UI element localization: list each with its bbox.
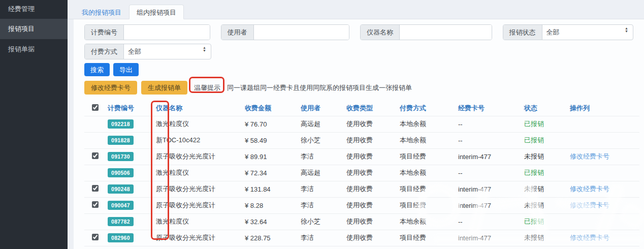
status-cell: 未报销 (522, 230, 568, 246)
billing-id-badge: 092218 (108, 119, 134, 129)
pay-method-cell: 本地余额 (398, 165, 456, 181)
status-text: 未报销 (524, 234, 544, 241)
user-cell: 李洁 (299, 148, 344, 165)
user-cell: 徐小芝 (299, 213, 344, 230)
billing-no-cell: 091828 (106, 132, 154, 148)
instrument-cell: 激光粒度仪 (154, 213, 243, 230)
generate-form-button[interactable]: 生成报销单 (141, 81, 187, 95)
fund-card-cell: -- (456, 213, 522, 230)
hint-text: 温馨提示：同一课题组同一经费卡且使用同院系的报销项目生成一张报销单 (194, 83, 412, 92)
billing-no-cell: 087782 (106, 213, 154, 230)
status-text: 未报销 (524, 185, 544, 193)
reimburse-status-label: 报销状态 (503, 25, 542, 40)
payment-method-select[interactable]: 付费方式 全部 ▲▼ (84, 44, 211, 59)
instrument-cell: 原子吸收分光光度计 (154, 197, 243, 213)
user-cell: 李洁 (299, 197, 344, 213)
reimburse-status-select[interactable]: 报销状态 全部 ▲▼ (503, 24, 633, 40)
export-button[interactable]: 导出 (113, 63, 139, 76)
billing-id-badge: 091730 (108, 152, 134, 161)
billing-no-cell: 091730 (106, 148, 154, 165)
status-cell: 已报销 (522, 213, 568, 230)
empty-cell (522, 246, 568, 249)
user-cell: 李洁 (299, 230, 344, 246)
tab-bar: 我的报销项目 组内报销项目 (68, 0, 644, 19)
modify-card-link[interactable]: 修改经费卡号 (570, 201, 609, 209)
billing-id-badge: 087782 (108, 217, 134, 226)
user-cell: 高远超 (299, 116, 344, 132)
instrument-cell: 新TOC-10c422 (154, 132, 243, 148)
operation-cell (568, 116, 639, 132)
sidebar-item-reimburse-documents[interactable]: 报销单据 (0, 39, 68, 59)
select-arrows-icon: ▲▼ (203, 46, 206, 52)
row-checkbox-cell (84, 230, 106, 246)
select-all-checkbox[interactable] (92, 104, 99, 111)
column-header: 状态 (522, 101, 568, 116)
empty-cell (243, 246, 299, 249)
search-button[interactable]: 搜索 (84, 63, 110, 76)
billing-id-badge: 091828 (108, 136, 134, 145)
instrument-input[interactable] (400, 25, 491, 40)
billing-no-input[interactable] (124, 25, 210, 40)
row-checkbox-cell (84, 132, 106, 148)
pay-method-cell: 项目经费 (398, 148, 456, 165)
modify-card-link[interactable]: 修改经费卡号 (570, 185, 609, 193)
instrument-cell: 激光粒度仪 (154, 116, 243, 132)
billing-no-group: 计费编号 (84, 24, 210, 40)
modify-card-button[interactable]: 修改经费卡号 (84, 81, 137, 95)
pay-method-cell: 项目经费 (398, 197, 456, 213)
fund-card-cell: -- (456, 165, 522, 181)
operation-cell: 修改经费卡号 (568, 230, 639, 246)
instrument-group: 仪器名称 (360, 24, 492, 40)
table-row: 091828新TOC-10c422¥ 58.49徐小芝使用收费本地余额--已报销 (84, 132, 639, 148)
table-row: 087782激光粒度仪¥ 32.64徐小芝使用收费本地余额--已报销 (84, 213, 639, 230)
amount-cell: ¥ 228.75 (243, 230, 299, 246)
reimburse-status-value: 全部 (542, 25, 633, 40)
fee-type-cell: 使用收费 (344, 165, 398, 181)
sidebar-item-label: 报销项目 (8, 25, 35, 33)
status-text: 已报销 (524, 120, 544, 128)
user-group: 使用者 (221, 24, 350, 40)
row-checkbox-cell (84, 213, 106, 230)
column-header: 付费方式 (398, 101, 456, 116)
billing-no-cell: 092218 (106, 116, 154, 132)
modify-card-link[interactable]: 修改经费卡号 (570, 152, 609, 160)
table-row: 090047原子吸收分光光度计¥ 8.28李洁使用收费项目经费interim-4… (84, 197, 639, 213)
modify-card-link[interactable]: 修改经费卡号 (570, 234, 609, 241)
payment-method-value: 全部 (124, 44, 211, 59)
status-cell: 已报销 (522, 116, 568, 132)
billing-no-cell: 090506 (106, 165, 154, 181)
row-checkbox[interactable] (92, 185, 99, 192)
user-input[interactable] (254, 25, 349, 40)
amount-cell: ¥ 131.84 (243, 181, 299, 197)
operation-cell: 修改经费卡号 (568, 197, 639, 213)
table-row: 082960原子吸收分光光度计¥ 228.75李洁使用收费项目经费interim… (84, 230, 639, 246)
instrument-label: 仪器名称 (361, 25, 400, 40)
select-arrows-icon: ▲▼ (625, 27, 628, 33)
instrument-cell: 原子吸收分光光度计 (154, 148, 243, 165)
pay-method-cell: 项目经费 (398, 181, 456, 197)
column-header: 经费卡号 (456, 101, 522, 116)
column-header: 计费编号 (106, 101, 154, 116)
row-checkbox[interactable] (92, 201, 99, 208)
operation-cell (568, 132, 639, 148)
table-row: 091730原子吸收分光光度计¥ 89.91李洁使用收费项目经费interim-… (84, 148, 639, 165)
sidebar-item-reimburse-projects[interactable]: 报销项目 (0, 19, 68, 39)
empty-cell (398, 246, 456, 249)
fund-card-cell: interim-477 (456, 197, 522, 213)
tab-group-projects[interactable]: 组内报销项目 (129, 5, 184, 19)
action-button-row: 修改经费卡号 生成报销单 温馨提示：同一课题组同一经费卡且使用同院系的报销项目生… (84, 81, 633, 95)
amount-cell: ¥ 32.64 (243, 213, 299, 230)
row-checkbox[interactable] (92, 234, 99, 240)
status-cell: 已报销 (522, 132, 568, 148)
table-row-partial (84, 246, 639, 249)
status-text: 未报销 (524, 152, 544, 160)
tab-my-projects[interactable]: 我的报销项目 (74, 5, 129, 19)
fee-type-cell: 使用收费 (344, 116, 398, 132)
billing-id-badge: 090248 (108, 184, 134, 194)
empty-cell (456, 246, 522, 249)
column-header: 收费金额 (243, 101, 299, 116)
filter-row-2: 付费方式 全部 ▲▼ (84, 44, 633, 59)
amount-cell: ¥ 89.91 (243, 148, 299, 165)
row-checkbox[interactable] (92, 152, 99, 159)
billing-id-badge: 082960 (108, 233, 134, 242)
